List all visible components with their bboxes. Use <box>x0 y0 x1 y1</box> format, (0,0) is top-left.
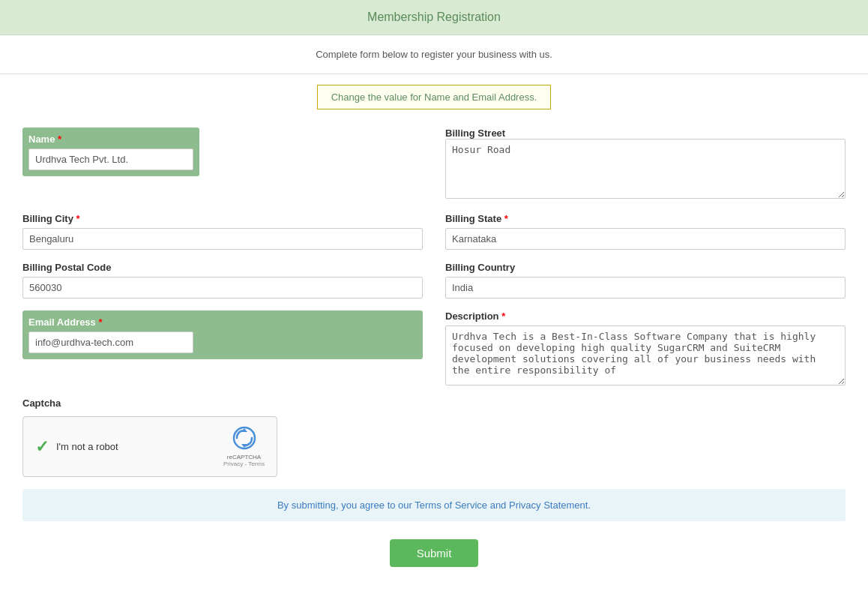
submit-bar: Submit <box>22 529 846 578</box>
email-input[interactable] <box>28 332 193 353</box>
billing-street-label: Billing Street <box>445 128 505 139</box>
billing-postal-input[interactable] <box>22 277 423 298</box>
email-label: Email Address * <box>28 316 417 328</box>
description-input[interactable]: Urdhva Tech is a Best-In-Class Software … <box>445 326 846 386</box>
recaptcha-icon <box>232 426 256 454</box>
state-required-marker: * <box>504 213 508 224</box>
name-label: Name * <box>28 134 193 145</box>
billing-country-input[interactable] <box>445 277 846 298</box>
name-input[interactable] <box>28 148 193 170</box>
billing-street-group: Billing Street Hosur Road <box>445 128 846 201</box>
subtitle-bar: Complete form below to register your bus… <box>0 35 868 74</box>
notice-text: Change the value for Name and Email Addr… <box>331 92 537 103</box>
billing-city-group: Billing City * <box>22 213 423 250</box>
billing-city-label: Billing City * <box>22 213 423 224</box>
email-required-marker: * <box>98 316 102 328</box>
email-group-wrapper: Email Address * <box>22 310 423 359</box>
captcha-checkbox-text: I'm not a robot <box>56 441 118 452</box>
notice-bar: Change the value for Name and Email Addr… <box>0 74 868 120</box>
recaptcha-brand-text: reCAPTCHA <box>227 454 261 460</box>
city-state-row: Billing City * Billing State * <box>22 213 846 250</box>
billing-country-label: Billing Country <box>445 262 846 273</box>
postal-country-row: Billing Postal Code Billing Country <box>22 262 846 298</box>
notice-box: Change the value for Name and Email Addr… <box>317 85 552 110</box>
email-highlighted-group: Email Address * <box>22 310 423 359</box>
terms-bar: By submitting, you agree to our Terms of… <box>22 489 846 521</box>
captcha-box[interactable]: ✓ I'm not a robot reCAPTCHA <box>22 416 277 477</box>
billing-state-group: Billing State * <box>445 213 846 250</box>
recaptcha-svg <box>232 426 256 450</box>
billing-postal-label: Billing Postal Code <box>22 262 423 273</box>
city-required-marker: * <box>76 213 80 224</box>
submit-button[interactable]: Submit <box>390 539 479 567</box>
page-title: Membership Registration <box>367 10 501 23</box>
captcha-section: Captcha ✓ I'm not a robot <box>22 398 846 477</box>
captcha-checkmark-icon: ✓ <box>35 437 49 457</box>
subtitle-text: Complete form below to register your bus… <box>316 49 552 60</box>
name-billing-street-row: Name * Billing Street Hosur Road <box>22 128 846 201</box>
billing-postal-group: Billing Postal Code <box>22 262 423 298</box>
header-bar: Membership Registration <box>0 0 868 35</box>
billing-state-label: Billing State * <box>445 213 846 224</box>
form-container: Name * Billing Street Hosur Road Billing… <box>0 120 868 592</box>
email-description-row: Email Address * Description * Urdhva Tec… <box>22 310 846 386</box>
recaptcha-links-text: Privacy - Terms <box>223 460 265 467</box>
billing-state-input[interactable] <box>445 228 846 250</box>
captcha-label: Captcha <box>22 398 846 409</box>
description-required-marker: * <box>501 310 505 322</box>
name-required-marker: * <box>58 134 61 145</box>
name-group-wrapper: Name * <box>22 128 423 176</box>
recaptcha-logo: reCAPTCHA Privacy - Terms <box>223 426 265 467</box>
terms-text: By submitting, you agree to our Terms of… <box>277 500 591 511</box>
billing-street-input[interactable]: Hosur Road <box>445 139 846 199</box>
page-wrapper: Membership Registration Complete form be… <box>0 0 868 603</box>
billing-city-input[interactable] <box>22 228 423 250</box>
description-group: Description * Urdhva Tech is a Best-In-C… <box>445 310 846 386</box>
description-label: Description * <box>445 310 846 322</box>
name-highlighted-group: Name * <box>22 128 199 176</box>
billing-country-group: Billing Country <box>445 262 846 298</box>
